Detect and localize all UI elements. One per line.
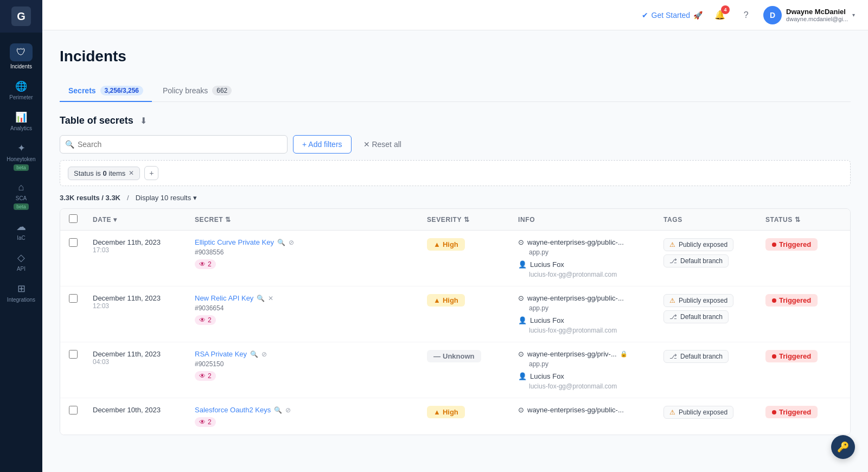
branch-icon: ⎇ [669, 313, 677, 321]
row3-secret-name[interactable]: RSA Private Key 🔍 ⊘ [195, 350, 423, 358]
status-dot-icon [772, 410, 776, 414]
row2-date: December 11th, 2023 12:03 [93, 294, 190, 310]
row4-tag-public: ⚠Publicly exposed [663, 406, 733, 419]
row3-checkbox[interactable] [69, 350, 78, 359]
col-tags-label: TAGS [663, 216, 682, 224]
sidebar-item-perimeter[interactable]: 🌐 Perimeter [0, 75, 42, 106]
row3-secret-id: #9025150 [195, 360, 423, 368]
row1-secret-name[interactable]: Elliptic Curve Private Key 🔍 ⊘ [195, 238, 423, 246]
help-button[interactable]: ? [737, 7, 755, 24]
sidebar-item-incidents[interactable]: 🛡 Incidents [0, 38, 42, 75]
row1-checkbox[interactable] [69, 238, 78, 247]
row1-search-icon[interactable]: 🔍 [277, 239, 285, 246]
avatar: D [763, 6, 782, 24]
sidebar-item-iac[interactable]: ☁ IaC [0, 215, 42, 246]
row3-status-badge: Triggered [765, 350, 818, 362]
sidebar-item-api[interactable]: ◇ API [0, 246, 42, 277]
row4-search-icon[interactable]: 🔍 [274, 406, 282, 414]
main-wrapper: ✔ Get Started 🚀 🔔 4 ? D Dwayne McDaniel … [42, 0, 868, 472]
results-count: 3.3K results / 3.3K [60, 194, 120, 202]
row2-close-icon[interactable]: ✕ [268, 295, 273, 302]
table-section-title: Table of secrets [60, 115, 133, 126]
row2-user: 👤Lucius Fox [518, 316, 659, 324]
filter-tag-remove-icon[interactable]: ✕ [129, 169, 134, 177]
row4-secret-name[interactable]: Salesforce Oauth2 Keys 🔍 ⊘ [195, 406, 423, 414]
row2-severity: ▲ High [427, 294, 514, 307]
date-sort-icon: ▾ [113, 216, 117, 224]
col-secret[interactable]: SECRET ⇅ [195, 216, 423, 224]
row1-block-icon[interactable]: ⊘ [289, 239, 294, 246]
divider: / [127, 194, 129, 202]
add-filters-button[interactable]: + Add filters [293, 135, 352, 154]
sidebar-item-honeytoken[interactable]: ✦ Honeytoken beta [0, 137, 42, 176]
col-date[interactable]: DATE ▾ [93, 216, 190, 224]
sidebar-item-integrations[interactable]: ⊞ Integrations [0, 277, 42, 308]
display-label: Display 10 results [136, 194, 192, 202]
user-block[interactable]: D Dwayne McDaniel dwayne.mcdaniel@gi... … [763, 6, 855, 24]
row2-tag-branch: ⎇Default branch [663, 310, 729, 323]
row3-block-icon[interactable]: ⊘ [261, 350, 267, 358]
get-started-button[interactable]: ✔ Get Started 🚀 [642, 11, 703, 20]
display-select[interactable]: Display 10 results ▾ [136, 194, 197, 202]
row4-block-icon[interactable]: ⊘ [285, 406, 291, 414]
row1-occurrences: 👁 2 [195, 259, 216, 269]
col-severity[interactable]: SEVERITY ⇅ [427, 216, 514, 224]
row1-tag-public: ⚠Publicly exposed [663, 238, 733, 251]
floating-action-button[interactable]: 🔑 [831, 435, 855, 459]
row3-secret: RSA Private Key 🔍 ⊘ #9025150 👁 2 [195, 350, 423, 381]
honeytoken-icon: ✦ [17, 142, 25, 154]
row2-secret-name[interactable]: New Relic API Key 🔍 ✕ [195, 294, 423, 302]
row4-tags: ⚠Publicly exposed [663, 406, 761, 419]
row2-occurrences: 👁 2 [195, 315, 216, 325]
sidebar-item-integrations-label: Integrations [7, 297, 35, 303]
row3-info: ⊙wayne-enterprises-gg/priv-...🔒 app.py 👤… [518, 350, 659, 390]
lock-icon: 🔒 [620, 350, 628, 358]
results-bar: 3.3K results / 3.3K / Display 10 results… [60, 194, 851, 202]
check-circle-icon: ✔ [642, 11, 648, 20]
api-icon: ◇ [17, 252, 25, 264]
download-icon[interactable]: ⬇ [140, 116, 147, 126]
table-row: December 11th, 2023 17:03 Elliptic Curve… [60, 231, 850, 286]
row1-file: app.py [529, 248, 659, 256]
tab-secrets-count: 3,256/3,256 [100, 86, 143, 95]
select-all-col [69, 214, 88, 225]
row3-status: Triggered [765, 350, 841, 362]
select-all-checkbox[interactable] [69, 214, 78, 223]
get-started-label: Get Started [652, 11, 691, 20]
row2-tags: ⚠Publicly exposed ⎇Default branch [663, 294, 761, 323]
col-status[interactable]: STATUS ⇅ [765, 216, 841, 224]
reset-all-button[interactable]: ✕ Reset all [357, 136, 408, 153]
tab-secrets[interactable]: Secrets 3,256/3,256 [60, 80, 152, 102]
row4-severity: ▲ High [427, 406, 514, 418]
filter-tags-row: Status is 0 items ✕ + [60, 160, 851, 186]
branch-icon: ⎇ [669, 353, 677, 360]
status-dot-icon [772, 354, 776, 359]
table-section-header: Table of secrets ⬇ [60, 115, 851, 126]
filter-tag-add-button[interactable]: + [144, 166, 158, 180]
row2-checkbox[interactable] [69, 294, 78, 303]
col-status-label: STATUS [765, 216, 793, 224]
col-date-label: DATE [93, 216, 111, 224]
tab-policy-breaks[interactable]: Policy breaks 662 [154, 80, 240, 102]
row4-checkbox[interactable] [69, 406, 78, 414]
row1-severity-badge: ▲ High [427, 238, 465, 251]
row2-status-badge: Triggered [765, 294, 818, 307]
status-dot-icon [772, 243, 776, 247]
row1-status: Triggered [765, 238, 841, 251]
user-email: dwayne.mcdaniel@gi... [786, 16, 848, 22]
cloud-icon: ☁ [16, 221, 26, 233]
search-input[interactable] [60, 135, 288, 154]
row3-date-time: 04:03 [93, 358, 190, 366]
filter-tag-label: Status is 0 items [74, 169, 125, 177]
sidebar-item-analytics[interactable]: 📊 Analytics [0, 106, 42, 137]
sidebar-item-honeytoken-label: Honeytoken [7, 156, 35, 162]
row1-date-time: 17:03 [93, 246, 190, 254]
row4-date: December 10th, 2023 [93, 406, 190, 414]
row3-search-icon[interactable]: 🔍 [250, 350, 258, 358]
row2-search-icon[interactable]: 🔍 [257, 295, 265, 302]
row3-severity-badge: — Unknown [427, 350, 481, 362]
row4-status: Triggered [765, 406, 841, 418]
sidebar-item-sca[interactable]: ⌂ SCA beta [0, 176, 42, 215]
beta-badge: beta [14, 164, 29, 171]
notifications-button[interactable]: 🔔 4 [711, 7, 729, 24]
